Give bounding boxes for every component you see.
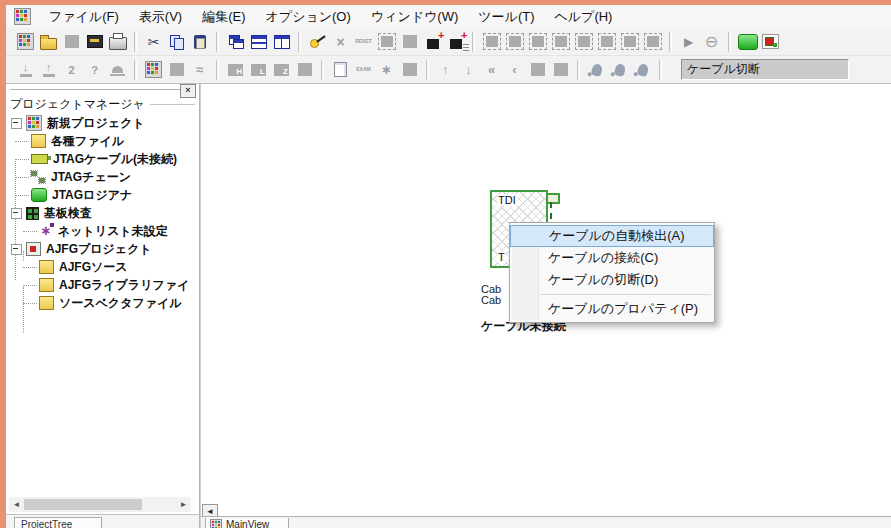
tree-connector: [23, 303, 37, 304]
collapse-icon[interactable]: [11, 208, 22, 219]
menu-file[interactable]: ファイル(F): [39, 5, 129, 29]
print-button[interactable]: [106, 30, 129, 53]
cable-context-menu: ケーブルの自動検出(A) ケーブルの接続(C) ケーブルの切断(D) ケーブルの…: [509, 222, 715, 323]
tree-guide-line: [15, 161, 16, 280]
menu-item-cable-properties[interactable]: ケーブルのプロパティ(P): [510, 298, 714, 320]
paste-button[interactable]: [188, 30, 211, 53]
chip-button-4[interactable]: [549, 30, 572, 53]
cable-mode-status-field: ケーブル切断: [681, 59, 849, 80]
pin-high-button[interactable]: H: [224, 58, 247, 81]
cable-disconnect-button[interactable]: ×: [329, 30, 352, 53]
reset-button[interactable]: RESET: [352, 30, 375, 53]
footprint-button-1[interactable]: [585, 58, 608, 81]
scroll-left-icon[interactable]: ◄: [9, 497, 24, 512]
tile-vertical-button[interactable]: [270, 30, 293, 53]
step-2-button[interactable]: 2: [60, 58, 83, 81]
footprint-button-2[interactable]: [608, 58, 631, 81]
verify-button[interactable]: ?: [83, 58, 106, 81]
tree-item-netlist-unset[interactable]: ∗ ネットリスト未設定: [6, 222, 199, 240]
tree-item-ajfg-project[interactable]: AJFGプロジェクト: [6, 240, 199, 258]
scrollbar-thumb[interactable]: [24, 499, 142, 510]
tile-horizontal-button[interactable]: [247, 30, 270, 53]
save-file-button[interactable]: [60, 30, 83, 53]
tree-item-jtag-chain[interactable]: JTAGチェーン: [6, 168, 199, 186]
collapse-icon[interactable]: [11, 244, 22, 255]
chip-button-7[interactable]: [618, 30, 641, 53]
pin-low-button[interactable]: L: [247, 58, 270, 81]
menu-window[interactable]: ウィンドウ(W): [361, 5, 468, 29]
chip-icon: [486, 36, 498, 47]
logic-analyzer-button[interactable]: [736, 30, 759, 53]
open-file-button[interactable]: [37, 30, 60, 53]
ajfg-project-icon: [26, 242, 41, 256]
menu-help[interactable]: ヘルプ(H): [544, 5, 622, 29]
upload-device-button[interactable]: ↑: [37, 58, 60, 81]
netlist-grid-button[interactable]: [375, 30, 398, 53]
blank-button-2[interactable]: [293, 58, 316, 81]
menu-item-connect-cable[interactable]: ケーブルの接続(C): [510, 247, 714, 269]
chip-button-6[interactable]: [595, 30, 618, 53]
grid-view-button[interactable]: [142, 58, 165, 81]
tree-item-board-inspection[interactable]: 基板検査: [6, 204, 199, 222]
scrollbar-track[interactable]: [24, 498, 176, 511]
cable-probe-button[interactable]: [306, 30, 329, 53]
chip-button-1[interactable]: [480, 30, 503, 53]
add-device-list-button[interactable]: [444, 30, 467, 53]
netlist-spark-button[interactable]: ∗: [375, 58, 398, 81]
run-button[interactable]: ▶: [677, 30, 700, 53]
copy-button[interactable]: [165, 30, 188, 53]
toolbar-separator: [298, 32, 301, 52]
tree-connector: [15, 141, 29, 142]
stop-button[interactable]: ⊖: [700, 30, 723, 53]
tree-item-misc-files[interactable]: 各種ファイル: [6, 132, 199, 150]
fast-rewind-button[interactable]: «: [480, 58, 503, 81]
collapse-icon[interactable]: [11, 118, 22, 129]
cut-button[interactable]: ✂: [142, 30, 165, 53]
new-project-button[interactable]: [14, 30, 37, 53]
tree-item-jtag-logic-analyzer[interactable]: JTAGロジアナ: [6, 186, 199, 204]
chip-button-5[interactable]: [572, 30, 595, 53]
rewind-button[interactable]: ‹: [503, 58, 526, 81]
tree-item-ajfg-library[interactable]: AJFGライブラリファイ: [6, 276, 199, 294]
chip-button-8[interactable]: [641, 30, 664, 53]
tree-item-ajfg-source[interactable]: AJFGソース: [6, 258, 199, 276]
two-icon: 2: [68, 64, 74, 76]
tree-item-new-project[interactable]: 新規プロジェクト: [6, 114, 199, 132]
panel-grip[interactable]: [10, 89, 182, 91]
board-test-button[interactable]: [759, 30, 782, 53]
main-view-tab[interactable]: MainView: [205, 518, 289, 528]
scroll-right-icon[interactable]: ►: [176, 497, 191, 512]
blank-button-4[interactable]: [526, 58, 549, 81]
menu-edit[interactable]: 編集(E): [192, 5, 255, 29]
tree-item-jtag-cable[interactable]: JTAGケーブル(未接続): [6, 150, 199, 168]
move-down-button[interactable]: ↓: [457, 58, 480, 81]
download-icon: ↓: [19, 62, 33, 77]
blank-button-5[interactable]: [549, 58, 572, 81]
menu-item-auto-detect-cable[interactable]: ケーブルの自動検出(A): [510, 225, 714, 247]
chip-button-2[interactable]: [503, 30, 526, 53]
tree-item-source-vector-file[interactable]: ソースベクタファイル: [6, 294, 199, 312]
blank-button-1[interactable]: [165, 58, 188, 81]
menu-view[interactable]: 表示(V): [129, 5, 192, 29]
add-device-button[interactable]: [421, 30, 444, 53]
import-package-button[interactable]: [83, 30, 106, 53]
alarm-button[interactable]: [106, 58, 129, 81]
download-device-button[interactable]: ↓: [14, 58, 37, 81]
exam-button[interactable]: EXAM: [352, 58, 375, 81]
menu-item-disconnect-cable[interactable]: ケーブルの切断(D): [510, 269, 714, 291]
placeholder-button[interactable]: [398, 30, 421, 53]
move-up-button[interactable]: ↑: [434, 58, 457, 81]
waveform-button[interactable]: ≈: [188, 58, 211, 81]
pin-z-button[interactable]: Z: [270, 58, 293, 81]
blank-button-3[interactable]: [398, 58, 421, 81]
chip-button-3[interactable]: [526, 30, 549, 53]
menu-tools[interactable]: ツール(T): [468, 5, 544, 29]
project-tree-tab[interactable]: ProjectTree: [14, 517, 102, 528]
panel-horizontal-scrollbar[interactable]: ◄ ►: [9, 497, 191, 512]
wave-icon: ≈: [196, 62, 203, 77]
new-document-button[interactable]: [329, 58, 352, 81]
tab-label: MainView: [226, 519, 269, 528]
menu-options[interactable]: オプション(O): [256, 5, 361, 29]
cascade-windows-button[interactable]: [224, 30, 247, 53]
footprint-button-3[interactable]: [631, 58, 654, 81]
